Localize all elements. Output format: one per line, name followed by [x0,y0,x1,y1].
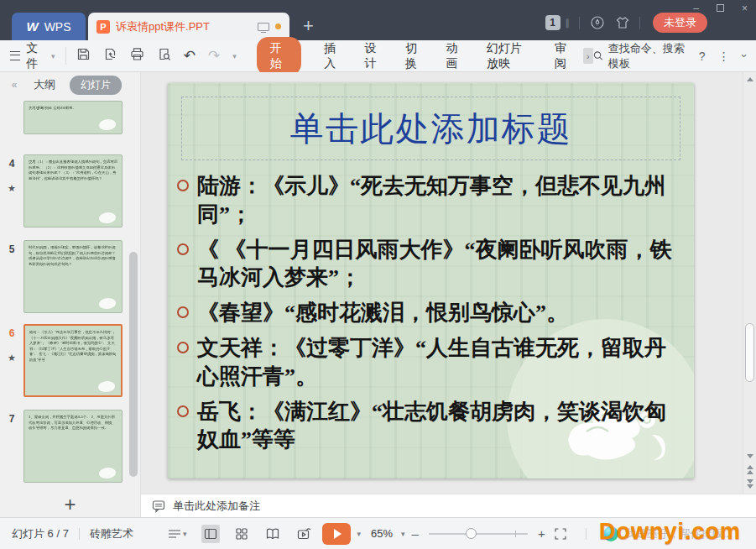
previous-slide-button[interactable] [743,465,756,475]
bullet-ring-icon [177,405,189,417]
thumb-gutter [0,101,23,134]
collapse-panel-button[interactable]: « [0,79,29,91]
print-preview-button[interactable] [157,47,171,65]
thumbnail-list: 关河/梦断/何处 尘暗/旧貂裘。 4 ★ 思考（1）：圈划出直接表现词人情感的词… [0,97,140,492]
collapse-ribbon-icon[interactable]: › [738,54,750,57]
file-menu[interactable]: 文件 ▾ [10,41,65,71]
slide-editing-area[interactable]: 单击此处添加标题 陆游：《示儿》“死去无知万事空，但悲不见九州同”； 《 《十一… [168,83,694,478]
normal-view-button[interactable] [201,525,220,543]
kebab-menu-icon[interactable]: ⋮ [718,50,730,63]
tab-design[interactable]: 设计 [365,41,383,71]
slide-panel: « 大纲 幻灯片 关河/梦断/何处 尘暗/旧貂裘。 4 ★ 思考（1）：圈划出直… [0,72,141,517]
member-center-icon[interactable] [589,15,605,31]
divider [586,528,587,540]
new-tab-button[interactable]: + [303,17,314,35]
bullet-item: 文天祥：《过零丁洋》“人生自古谁无死，留取丹心照汗青”。 [175,334,678,391]
next-slide-button[interactable] [743,479,756,489]
command-search-box[interactable]: 查找命令、搜索模板 [593,41,686,71]
animation-star-icon: ★ [8,183,16,194]
presentation-monitor-icon[interactable] [258,23,269,31]
content-placeholder[interactable]: 陆游：《示儿》“死去无知万事空，但悲不见九州同”； 《 《十一月四日风雨大作》“… [175,172,678,461]
bullet-text: 《 《十一月四日风雨大作》“夜阑卧听风吹雨，铁马冰河入梦来”； [197,238,672,290]
print-button[interactable] [130,47,144,65]
help-icon[interactable]: ? [699,50,706,63]
bullet-ring-icon [177,342,189,353]
tab-slideshow[interactable]: 幻灯片放映 [487,41,532,71]
title-placeholder[interactable]: 单击此处添加标题 [181,97,680,160]
ppt-file-icon: P [96,20,110,34]
file-menu-label: 文件 [26,41,45,71]
zoom-in-button[interactable]: + [538,527,545,540]
thumb-gutter: 4 ★ [0,154,23,227]
slide-sorter-view-button[interactable] [232,525,251,543]
slider-tick [515,531,516,537]
notes-placeholder-text: 单击此处添加备注 [173,499,260,514]
qat-customize-chevron-icon[interactable]: ▾ [232,52,237,60]
tab-outline[interactable]: 大纲 [34,77,55,92]
tab-list-icon[interactable]: ∥ [566,18,571,29]
search-icon [593,50,603,62]
zoom-out-button[interactable]: – [412,527,419,540]
redo-button[interactable]: ↷ [208,49,220,63]
undo-button[interactable]: ↶ [184,49,196,63]
zoom-level[interactable]: 65% [371,527,393,540]
slide-6-thumbnail-selected[interactable]: 陆游：《示儿》“死去无知万事空，但悲不见九州同”； 《十一月四日风雨大作》“夜阑… [23,324,123,397]
play-slideshow-button[interactable] [322,523,351,545]
bullet-item: 《春望》“感时花溅泪，恨别鸟惊心”。 [175,299,678,327]
skin-theme-icon[interactable] [614,15,630,31]
slide-thumbnail-row: 6 ★ 陆游：《示儿》“死去无知万事空，但悲不见九州同”； 《十一月四日风雨大作… [0,324,140,397]
reading-view-button[interactable] [263,525,282,543]
thumb-gutter: 5 [0,240,23,313]
tab-animation[interactable]: 动画 [446,41,464,71]
fit-slide-button[interactable] [552,525,569,542]
quick-access-toolbar: ↶ ↷ ▾ [65,47,247,65]
zoom-chevron-icon[interactable]: ▾ [401,530,405,538]
wps-presentation-window: – × 1 ∥ 未登录 W WPS P 诉衷情ppt课件.PPT [0,0,756,549]
scroll-up-arrow[interactable] [743,77,756,81]
wps-home-tab[interactable]: W WPS [12,13,86,40]
login-button[interactable]: 未登录 [653,13,707,33]
titlebar-right-cluster: 1 ∥ 未登录 [545,13,708,33]
tab-transition[interactable]: 切换 [405,41,423,71]
slide-thumbnail-row: 5 时代的风雨，艰难的现实，爱国的情怀，读着这样的词句，很自然地能让我们联想到了… [0,240,140,313]
wps-logo-icon: W [26,19,38,34]
zoom-slider[interactable] [429,533,528,535]
more-tabs-button[interactable]: › [583,48,593,64]
notes-toggle-button[interactable]: ▾ [165,525,190,543]
slide-4-thumbnail[interactable]: 思考（1）：圈划出直接表现词人情感的词句，交流写后的感受。 （2）：这种故国的情… [23,154,123,227]
play-options-chevron-icon[interactable]: ▾ [357,530,361,538]
slide-title-text: 单击此处添加标题 [290,106,572,152]
bullet-text: 《春望》“感时花溅泪，恨别鸟惊心”。 [197,301,568,325]
panel-scrollbar-thumb[interactable] [129,252,138,477]
tab-slides[interactable]: 幻灯片 [70,76,122,95]
tab-home[interactable]: 开始 [257,37,301,76]
thumb-text: 1、背诵全词，并积累生字新词3-5个。 2、用散文的形式改写这首词，可适当地加入… [29,415,117,431]
document-count-badge[interactable]: 1 [545,15,560,30]
save-button[interactable] [76,47,91,65]
theme-name[interactable]: 砖雕艺术 [90,526,133,541]
panel-header: « 大纲 幻灯片 [0,72,140,97]
export-button[interactable] [103,47,117,65]
view-controls: ▾ [165,525,315,543]
tab-review[interactable]: 审阅 [555,41,572,71]
slide-thumbnail-row: 7 1、背诵全词，并积累生字新词3-5个。 2、用散文的形式改写这首词，可适当地… [0,410,140,483]
slideshow-from-current-button[interactable] [295,525,314,543]
thumb-text: 思考（1）：圈划出直接表现词人情感的词句，交流写后的感受。 （2）：这种故国的情… [29,159,117,181]
hamburger-icon [10,51,20,60]
bullet-text: 文天祥：《过零丁洋》“人生自古谁无死，留取丹心照汗青”。 [197,336,666,389]
scrollbar-thumb[interactable] [745,323,754,382]
notes-bar[interactable]: 单击此处添加备注 [141,494,756,517]
vertical-scrollbar[interactable] [743,72,756,494]
tab-insert[interactable]: 插入 [324,41,342,71]
maximize-button[interactable] [717,4,724,12]
close-button[interactable]: × [742,3,748,14]
slide-7-thumbnail[interactable]: 1、背诵全词，并积累生字新词3-5个。 2、用散文的形式改写这首词，可适当地加入… [23,410,123,483]
notes-bubble-icon [152,499,165,513]
slide-thumbnail-row: 4 ★ 思考（1）：圈划出直接表现词人情感的词句，交流写后的感受。 （2）：这种… [0,154,140,227]
slide-5-thumbnail[interactable]: 时代的风雨，艰难的现实，爱国的情怀，读着这样的词句，很自然地能让我们联想到了词人… [23,240,123,313]
slide-3-thumbnail[interactable]: 关河/梦断/何处 尘暗/旧貂裘。 [23,101,123,134]
zoom-slider-handle[interactable] [466,528,477,539]
scroll-down-arrow[interactable] [743,454,756,458]
add-slide-button[interactable]: + [64,494,76,515]
slide-number: 4 [9,158,15,170]
